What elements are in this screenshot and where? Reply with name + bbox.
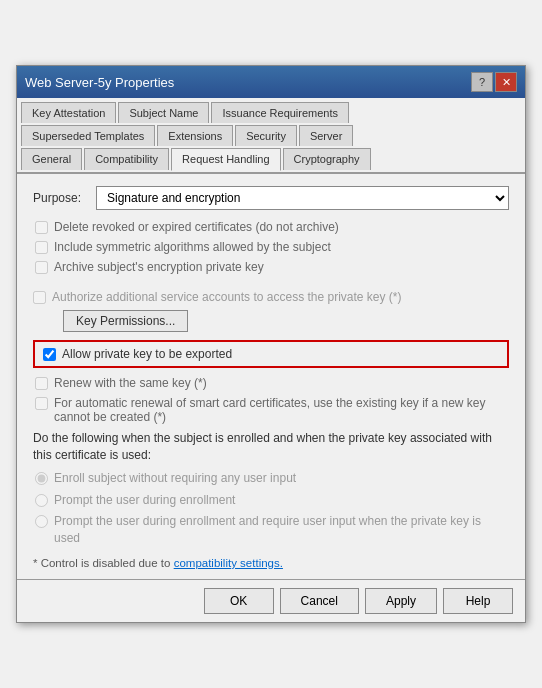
- tab-key-attestation[interactable]: Key Attestation: [21, 102, 116, 123]
- checkbox-authorize[interactable]: [33, 291, 46, 304]
- tab-compatibility[interactable]: Compatibility: [84, 148, 169, 170]
- authorize-row: Authorize additional service accounts to…: [33, 290, 509, 304]
- tab-row-2: Superseded Templates Extensions Security…: [21, 125, 521, 146]
- checkbox-archive[interactable]: [35, 261, 48, 274]
- tab-content: Purpose: Signature and encryption Delete…: [17, 174, 525, 579]
- authorize-label: Authorize additional service accounts to…: [52, 290, 402, 304]
- footer: OK Cancel Apply Help: [17, 579, 525, 622]
- radio-prompt-require-label: Prompt the user during enrollment and re…: [54, 513, 509, 547]
- radio-enroll[interactable]: [35, 472, 48, 485]
- checkbox-renew-row: Renew with the same key (*): [33, 376, 509, 390]
- radio-prompt-label: Prompt the user during enrollment: [54, 492, 235, 509]
- tab-subject-name[interactable]: Subject Name: [118, 102, 209, 123]
- checkbox-renew[interactable]: [35, 377, 48, 390]
- radio-enroll-label: Enroll subject without requiring any use…: [54, 470, 296, 487]
- tab-superseded-templates[interactable]: Superseded Templates: [21, 125, 155, 146]
- checkbox-symmetric-row: Include symmetric algorithms allowed by …: [33, 240, 509, 254]
- apply-button[interactable]: Apply: [365, 588, 437, 614]
- checkbox-delete-revoked-label: Delete revoked or expired certificates (…: [54, 220, 339, 234]
- checkbox-allow-export[interactable]: [43, 348, 56, 361]
- help-button[interactable]: Help: [443, 588, 513, 614]
- checkbox-symmetric[interactable]: [35, 241, 48, 254]
- radio-prompt-require[interactable]: [35, 515, 48, 528]
- allow-export-label: Allow private key to be exported: [62, 347, 232, 361]
- tab-cryptography[interactable]: Cryptography: [283, 148, 371, 170]
- tab-general[interactable]: General: [21, 148, 82, 170]
- ok-button[interactable]: OK: [204, 588, 274, 614]
- tabs-area: Key Attestation Subject Name Issuance Re…: [17, 98, 525, 174]
- cancel-button[interactable]: Cancel: [280, 588, 359, 614]
- purpose-row: Purpose: Signature and encryption: [33, 186, 509, 210]
- compat-note: * Control is disabled due to compatibili…: [33, 557, 509, 569]
- checkbox-smartcard-label: For automatic renewal of smart card cert…: [54, 396, 509, 424]
- radio-prompt-row: Prompt the user during enrollment: [33, 492, 509, 509]
- tab-row-3: General Compatibility Request Handling C…: [21, 148, 521, 170]
- key-permissions-button[interactable]: Key Permissions...: [63, 310, 188, 332]
- tab-extensions[interactable]: Extensions: [157, 125, 233, 146]
- checkbox-smartcard[interactable]: [35, 397, 48, 410]
- checkbox-delete-revoked-row: Delete revoked or expired certificates (…: [33, 220, 509, 234]
- purpose-label: Purpose:: [33, 191, 88, 205]
- close-title-button[interactable]: ✕: [495, 72, 517, 92]
- radio-enroll-row: Enroll subject without requiring any use…: [33, 470, 509, 487]
- checkbox-symmetric-label: Include symmetric algorithms allowed by …: [54, 240, 331, 254]
- purpose-select[interactable]: Signature and encryption: [96, 186, 509, 210]
- title-bar-buttons: ? ✕: [471, 72, 517, 92]
- tab-server[interactable]: Server: [299, 125, 353, 146]
- dialog-window: Web Server-5y Properties ? ✕ Key Attesta…: [16, 65, 526, 623]
- checkbox-renew-label: Renew with the same key (*): [54, 376, 207, 390]
- radio-prompt-require-row: Prompt the user during enrollment and re…: [33, 513, 509, 547]
- checkbox-archive-row: Archive subject's encryption private key: [33, 260, 509, 274]
- allow-export-highlighted-row: Allow private key to be exported: [33, 340, 509, 368]
- key-permissions-btn-row: Key Permissions...: [33, 310, 509, 340]
- radio-prompt[interactable]: [35, 494, 48, 507]
- tab-security[interactable]: Security: [235, 125, 297, 146]
- title-bar: Web Server-5y Properties ? ✕: [17, 66, 525, 98]
- tab-row-1: Key Attestation Subject Name Issuance Re…: [21, 102, 521, 123]
- checkbox-archive-label: Archive subject's encryption private key: [54, 260, 264, 274]
- compat-note-text: * Control is disabled due to: [33, 557, 170, 569]
- help-title-button[interactable]: ?: [471, 72, 493, 92]
- tab-request-handling[interactable]: Request Handling: [171, 148, 280, 171]
- radio-section-title: Do the following when the subject is enr…: [33, 430, 509, 464]
- checkbox-smartcard-row: For automatic renewal of smart card cert…: [33, 396, 509, 424]
- tab-issuance-requirements[interactable]: Issuance Requirements: [211, 102, 349, 123]
- compat-settings-link[interactable]: compatibility settings.: [174, 557, 283, 569]
- dialog-title: Web Server-5y Properties: [25, 75, 174, 90]
- checkbox-delete-revoked[interactable]: [35, 221, 48, 234]
